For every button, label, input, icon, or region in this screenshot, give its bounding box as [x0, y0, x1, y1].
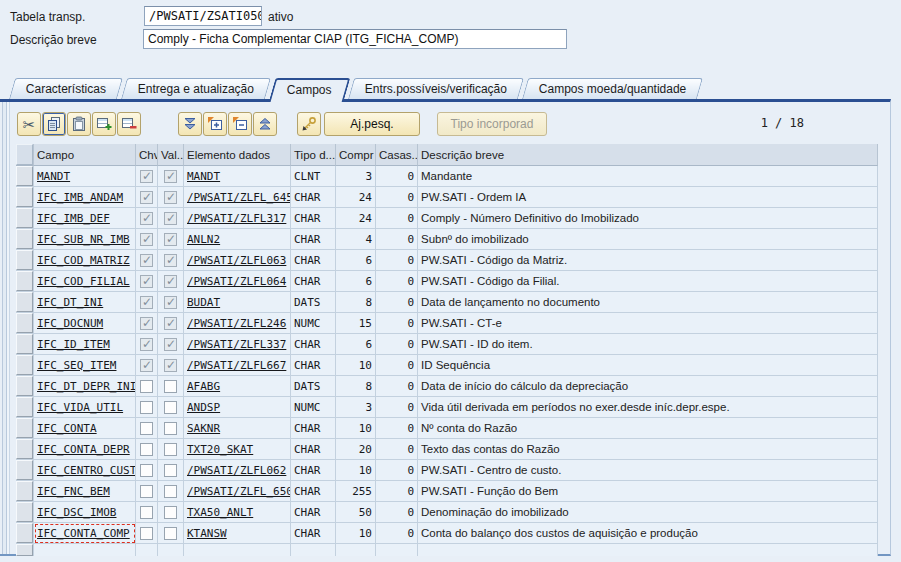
field-name-link[interactable]: IFC_IMB_DEF: [37, 212, 110, 225]
collapse-button[interactable]: [228, 112, 252, 136]
row-selector[interactable]: [16, 544, 33, 556]
data-element-link[interactable]: BUDAT: [187, 296, 220, 309]
data-element-link[interactable]: /PWSATI/ZLFL063: [187, 254, 286, 267]
key-checkbox[interactable]: [140, 191, 153, 204]
row-selector[interactable]: [16, 187, 33, 207]
row-selector[interactable]: [16, 397, 33, 417]
short-description-field[interactable]: Comply - Ficha Complementar CIAP (ITG_FI…: [143, 29, 567, 49]
expand-button[interactable]: [203, 112, 227, 136]
key-checkbox[interactable]: [140, 464, 153, 477]
data-element-link[interactable]: /PWSATI/ZLFL_650: [187, 485, 291, 498]
field-name-link[interactable]: IFC_ID_ITEM: [37, 338, 110, 351]
row-selector[interactable]: [16, 460, 33, 480]
field-name-link[interactable]: IFC_COD_FILIAL: [37, 275, 130, 288]
key-checkbox[interactable]: [140, 443, 153, 456]
field-name-link[interactable]: IFC_CONTA_COMP: [37, 527, 130, 540]
row-selector[interactable]: [16, 418, 33, 438]
key-checkbox[interactable]: [140, 275, 153, 288]
initial-value-checkbox[interactable]: [164, 191, 177, 204]
key-checkbox[interactable]: [140, 254, 153, 267]
key-checkbox[interactable]: [140, 506, 153, 519]
key-checkbox[interactable]: [140, 422, 153, 435]
row-selector[interactable]: [16, 355, 33, 375]
key-checkbox[interactable]: [140, 317, 153, 330]
tab-entrs-poss-veis-verifica-o[interactable]: Entrs.possíveis/verificação: [348, 78, 524, 99]
field-name-link[interactable]: IFC_SEQ_ITEM: [37, 359, 116, 372]
field-name-link[interactable]: IFC_IMB_ANDAM: [37, 191, 123, 204]
initial-value-checkbox[interactable]: [164, 317, 177, 330]
field-name-link[interactable]: IFC_CENTRO_CUST: [37, 464, 136, 477]
field-name-link[interactable]: IFC_CONTA_DEPR: [37, 443, 130, 456]
initial-value-checkbox[interactable]: [164, 338, 177, 351]
key-checkbox[interactable]: [140, 380, 153, 393]
row-selector[interactable]: [16, 229, 33, 249]
initial-value-checkbox[interactable]: [164, 275, 177, 288]
data-element-link[interactable]: SAKNR: [187, 422, 220, 435]
initial-value-checkbox[interactable]: [164, 527, 177, 540]
key-checkbox[interactable]: [140, 170, 153, 183]
field-name-link[interactable]: IFC_CONTA: [37, 422, 97, 435]
key-checkbox[interactable]: [140, 338, 153, 351]
data-element-link[interactable]: /PWSATI/ZLFL667: [187, 359, 286, 372]
delete-row-button[interactable]: [117, 112, 141, 136]
data-element-link[interactable]: /PWSATI/ZLFL246: [187, 317, 286, 330]
row-selector[interactable]: [16, 523, 33, 543]
data-element-link[interactable]: ANDSP: [187, 401, 220, 414]
row-selector[interactable]: [16, 271, 33, 291]
data-element-link[interactable]: TXT20_SKAT: [187, 443, 253, 456]
key-checkbox[interactable]: [140, 359, 153, 372]
row-selector[interactable]: [16, 376, 33, 396]
key-checkbox[interactable]: [140, 233, 153, 246]
row-selector[interactable]: [16, 481, 33, 501]
field-name-link[interactable]: IFC_COD_MATRIZ: [37, 254, 130, 267]
field-name-link[interactable]: IFC_VIDA_UTIL: [37, 401, 123, 414]
row-selector[interactable]: [16, 313, 33, 333]
initial-value-checkbox[interactable]: [164, 380, 177, 393]
table-name-field[interactable]: /PWSATI/ZSATI050: [144, 6, 262, 26]
tab-entrega-e-atualiza-o[interactable]: Entrega e atualização: [121, 78, 271, 99]
paste-button[interactable]: [67, 112, 91, 136]
data-element-link[interactable]: /PWSATI/ZLFL064: [187, 275, 286, 288]
initial-value-checkbox[interactable]: [164, 254, 177, 267]
header-select-all[interactable]: [16, 144, 34, 166]
move-up-button[interactable]: [253, 112, 277, 136]
row-selector[interactable]: [16, 250, 33, 270]
row-selector[interactable]: [16, 208, 33, 228]
field-name-link[interactable]: IFC_DT_INI: [37, 296, 103, 309]
field-name-link[interactable]: IFC_DT_DEPR_INI: [37, 380, 136, 393]
data-element-link[interactable]: /PWSATI/ZLFL062: [187, 464, 286, 477]
data-element-link[interactable]: ANLN2: [187, 233, 220, 246]
initial-value-checkbox[interactable]: [164, 212, 177, 225]
field-name-link[interactable]: IFC_SUB_NR_IMB: [37, 233, 130, 246]
aj-pesq-button[interactable]: Aj.pesq.: [324, 112, 420, 136]
move-down-button[interactable]: [178, 112, 202, 136]
data-element-link[interactable]: KTANSW: [187, 527, 227, 540]
tab-caracter-sticas[interactable]: Características: [9, 78, 123, 99]
field-name-link[interactable]: MANDT: [37, 170, 70, 183]
row-selector[interactable]: [16, 439, 33, 459]
row-selector[interactable]: [16, 502, 33, 522]
data-element-link[interactable]: /PWSATI/ZLFL317: [187, 212, 286, 225]
row-selector[interactable]: [16, 166, 33, 186]
tab-campos[interactable]: Campos: [269, 78, 351, 102]
key-checkbox[interactable]: [140, 485, 153, 498]
initial-value-checkbox[interactable]: [164, 170, 177, 183]
field-name-link[interactable]: IFC_DOCNUM: [37, 317, 103, 330]
insert-row-button[interactable]: [92, 112, 116, 136]
initial-value-checkbox[interactable]: [164, 506, 177, 519]
row-selector[interactable]: [16, 334, 33, 354]
key-checkbox[interactable]: [140, 527, 153, 540]
copy-button[interactable]: [42, 112, 66, 136]
cut-button[interactable]: ✂: [17, 112, 41, 136]
initial-value-checkbox[interactable]: [164, 422, 177, 435]
data-element-link[interactable]: MANDT: [187, 170, 220, 183]
key-checkbox[interactable]: [140, 296, 153, 309]
initial-value-checkbox[interactable]: [164, 401, 177, 414]
initial-value-checkbox[interactable]: [164, 296, 177, 309]
search-help-button[interactable]: [297, 112, 321, 136]
data-element-link[interactable]: AFABG: [187, 380, 220, 393]
key-checkbox[interactable]: [140, 212, 153, 225]
initial-value-checkbox[interactable]: [164, 464, 177, 477]
tab-campos-moeda-quantidade[interactable]: Campos moeda/quantidade: [522, 78, 703, 99]
initial-value-checkbox[interactable]: [164, 359, 177, 372]
